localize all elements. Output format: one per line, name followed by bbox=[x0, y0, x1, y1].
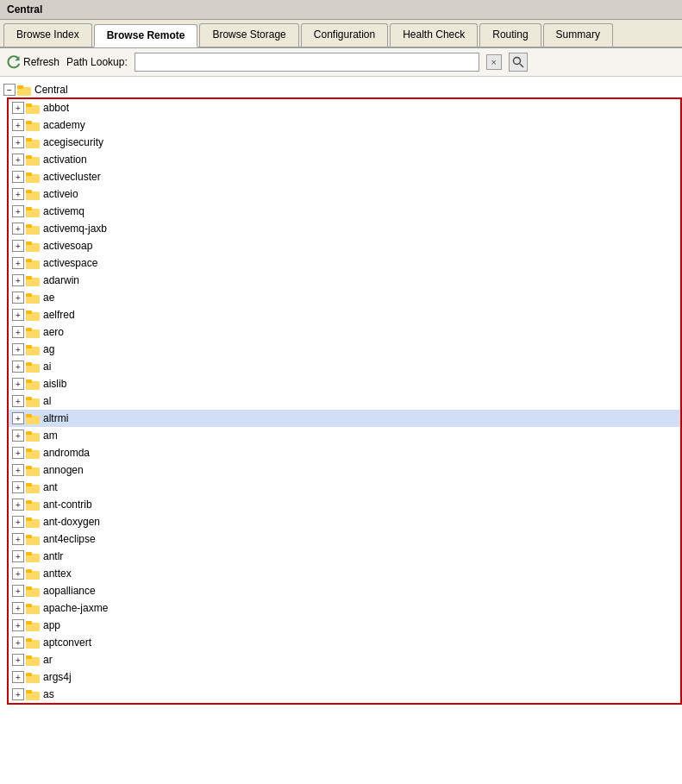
expand-btn-ant[interactable]: + bbox=[12, 481, 24, 493]
tree-item-ar[interactable]: + ar bbox=[9, 651, 680, 668]
expand-btn-activemq-jaxb[interactable]: + bbox=[12, 223, 24, 235]
svg-rect-59 bbox=[26, 569, 32, 573]
tree-item-aero[interactable]: + aero bbox=[9, 323, 680, 341]
expand-btn-ant4eclipse[interactable]: + bbox=[12, 533, 24, 545]
expand-btn-ag[interactable]: + bbox=[12, 343, 24, 355]
expand-btn-activeio[interactable]: + bbox=[12, 188, 24, 200]
item-label-ant: ant bbox=[43, 481, 58, 493]
expand-btn-aislib[interactable]: + bbox=[12, 378, 24, 390]
tree-item-activemq-jaxb[interactable]: + activemq-jaxb bbox=[9, 220, 680, 237]
expand-btn-andromda[interactable]: + bbox=[12, 447, 24, 459]
expand-btn-ar[interactable]: + bbox=[12, 654, 24, 666]
item-label-academy: academy bbox=[43, 119, 85, 131]
tree-item-ae[interactable]: + ae bbox=[9, 289, 680, 306]
expand-btn-as[interactable]: + bbox=[12, 688, 24, 700]
expand-btn-activecluster[interactable]: + bbox=[12, 171, 24, 183]
tree-item-anttex[interactable]: + anttex bbox=[9, 565, 680, 582]
expand-btn-apache-jaxme[interactable]: + bbox=[12, 602, 24, 614]
expand-btn-aptconvert[interactable]: + bbox=[12, 637, 24, 649]
tree-item-antlr[interactable]: + antlr bbox=[9, 548, 680, 565]
expand-btn-ai[interactable]: + bbox=[12, 361, 24, 373]
clear-button[interactable]: × bbox=[486, 54, 502, 70]
tab-browse-storage[interactable]: Browse Storage bbox=[199, 23, 298, 47]
root-expand-button[interactable]: − bbox=[3, 84, 16, 96]
expand-btn-activemq[interactable]: + bbox=[12, 205, 24, 217]
tree-item-activecluster[interactable]: + activecluster bbox=[9, 168, 680, 185]
expand-btn-activation[interactable]: + bbox=[12, 154, 24, 166]
tab-routing[interactable]: Routing bbox=[479, 23, 541, 47]
tree-item-acegisecurity[interactable]: + acegisecurity bbox=[9, 134, 680, 151]
svg-rect-31 bbox=[26, 328, 32, 331]
svg-rect-55 bbox=[26, 535, 32, 538]
tree-item-am[interactable]: + am bbox=[9, 427, 680, 444]
expand-btn-aopalliance[interactable]: + bbox=[12, 585, 24, 597]
svg-rect-57 bbox=[26, 552, 32, 555]
expand-btn-academy[interactable]: + bbox=[12, 119, 24, 131]
root-item[interactable]: − Central bbox=[0, 82, 682, 97]
item-label-annogen: annogen bbox=[43, 464, 84, 476]
tree-item-abbot[interactable]: + abbot bbox=[9, 99, 680, 116]
tab-browse-remote[interactable]: Browse Remote bbox=[94, 24, 198, 47]
expand-btn-activespace[interactable]: + bbox=[12, 257, 24, 269]
expand-btn-ant-contrib[interactable]: + bbox=[12, 499, 24, 511]
item-label-activesoap: activesoap bbox=[43, 240, 92, 252]
expand-btn-acegisecurity[interactable]: + bbox=[12, 136, 24, 148]
item-label-activation: activation bbox=[43, 154, 87, 166]
svg-rect-73 bbox=[26, 690, 32, 693]
tree-item-annogen[interactable]: + annogen bbox=[9, 461, 680, 479]
expand-btn-ant-doxygen[interactable]: + bbox=[12, 516, 24, 528]
tree-item-activemq[interactable]: + activemq bbox=[9, 203, 680, 220]
tree-item-ant-contrib[interactable]: + ant-contrib bbox=[9, 496, 680, 513]
expand-btn-altrmi[interactable]: + bbox=[12, 412, 24, 424]
tree-item-ant4eclipse[interactable]: + ant4eclipse bbox=[9, 530, 680, 548]
expand-btn-annogen[interactable]: + bbox=[12, 464, 24, 476]
expand-btn-aelfred[interactable]: + bbox=[12, 309, 24, 321]
expand-btn-am[interactable]: + bbox=[12, 430, 24, 442]
tab-bar: Browse IndexBrowse RemoteBrowse StorageC… bbox=[0, 20, 682, 48]
tree-item-al[interactable]: + al bbox=[9, 392, 680, 410]
folder-icon-al bbox=[26, 395, 40, 407]
svg-rect-47 bbox=[26, 466, 32, 469]
tree-item-args4j[interactable]: + args4j bbox=[9, 668, 680, 686]
path-lookup-input[interactable] bbox=[135, 53, 479, 72]
expand-btn-al[interactable]: + bbox=[12, 395, 24, 407]
tree-item-activation[interactable]: + activation bbox=[9, 151, 680, 168]
expand-btn-ae[interactable]: + bbox=[12, 292, 24, 304]
tree-item-apache-jaxme[interactable]: + apache-jaxme bbox=[9, 599, 680, 617]
tree-item-aptconvert[interactable]: + aptconvert bbox=[9, 634, 680, 651]
tree-item-as[interactable]: + as bbox=[9, 686, 680, 703]
tree-item-activesoap[interactable]: + activesoap bbox=[9, 237, 680, 254]
tab-configuration[interactable]: Configuration bbox=[301, 23, 388, 47]
tree-item-altrmi[interactable]: + altrmi bbox=[9, 410, 680, 427]
expand-btn-anttex[interactable]: + bbox=[12, 568, 24, 580]
tab-browse-index[interactable]: Browse Index bbox=[3, 23, 92, 47]
tree-item-ai[interactable]: + ai bbox=[9, 358, 680, 375]
tab-summary[interactable]: Summary bbox=[543, 23, 613, 47]
expand-btn-activesoap[interactable]: + bbox=[12, 240, 24, 252]
expand-btn-aero[interactable]: + bbox=[12, 326, 24, 338]
expand-btn-args4j[interactable]: + bbox=[12, 671, 24, 683]
tab-health-check[interactable]: Health Check bbox=[390, 23, 478, 47]
tree-item-ant[interactable]: + ant bbox=[9, 479, 680, 496]
tree-item-app[interactable]: + app bbox=[9, 617, 680, 634]
tree-item-academy[interactable]: + academy bbox=[9, 116, 680, 134]
expand-btn-app[interactable]: + bbox=[12, 619, 24, 631]
tree-item-activeio[interactable]: + activeio bbox=[9, 185, 680, 203]
tree-item-activespace[interactable]: + activespace bbox=[9, 254, 680, 272]
tree-item-aislib[interactable]: + aislib bbox=[9, 375, 680, 392]
tree-item-adarwin[interactable]: + adarwin bbox=[9, 272, 680, 289]
svg-rect-49 bbox=[26, 483, 32, 486]
tree-item-ant-doxygen[interactable]: + ant-doxygen bbox=[9, 513, 680, 530]
svg-rect-37 bbox=[26, 379, 32, 383]
item-label-aero: aero bbox=[43, 326, 64, 338]
tree-item-andromda[interactable]: + andromda bbox=[9, 444, 680, 461]
expand-btn-adarwin[interactable]: + bbox=[12, 274, 24, 286]
expand-btn-antlr[interactable]: + bbox=[12, 550, 24, 562]
refresh-button[interactable]: Refresh bbox=[7, 55, 59, 69]
tree-item-aelfred[interactable]: + aelfred bbox=[9, 306, 680, 323]
expand-btn-abbot[interactable]: + bbox=[12, 102, 24, 114]
tree-item-ag[interactable]: + ag bbox=[9, 341, 680, 358]
search-button[interactable] bbox=[509, 53, 528, 72]
tree-item-aopalliance[interactable]: + aopalliance bbox=[9, 582, 680, 599]
folder-icon-ant-doxygen bbox=[26, 516, 40, 528]
